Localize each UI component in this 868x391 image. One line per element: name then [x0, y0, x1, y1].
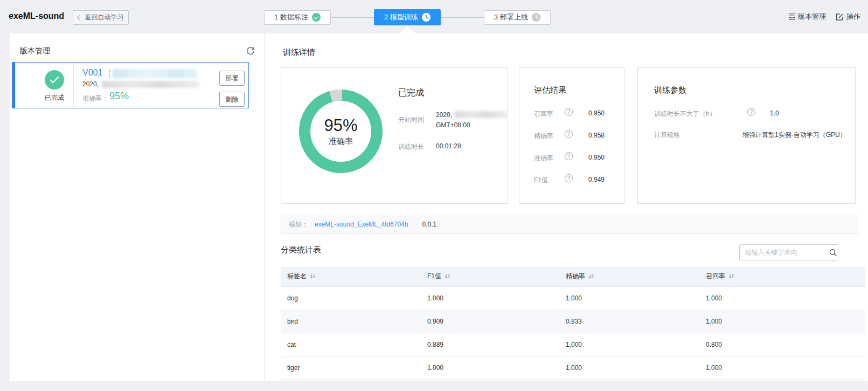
start-time-prefix: 2020,	[436, 111, 452, 119]
table-row[interactable]: tiger 1.000 1.000 1.000	[281, 356, 865, 379]
active-step-pointer	[399, 26, 415, 33]
status-check-icon	[45, 70, 64, 90]
table-row[interactable]: bird 0.909 0.833 1.000	[281, 310, 865, 333]
cell-precision: 0.833	[559, 310, 699, 333]
page-title: exeML-sound	[9, 11, 64, 21]
accuracy-label: 准确率：	[82, 94, 108, 103]
cell-recall: 1.000	[699, 286, 865, 310]
check-circle-icon	[312, 13, 321, 22]
cell-f1: 1.000	[421, 286, 559, 310]
search-icon[interactable]	[829, 248, 837, 257]
duration-label: 训练时长	[398, 142, 424, 152]
step-label: 3 部署上线	[494, 12, 528, 22]
evaluation-title: 评估结果	[534, 85, 566, 95]
help-icon[interactable]: ?	[565, 130, 573, 138]
deploy-button[interactable]: 部署	[219, 71, 245, 86]
stats-title: 分类统计表	[281, 245, 321, 255]
header-actions: 版本管理 操作	[789, 12, 860, 22]
cell-label: cat	[281, 333, 421, 356]
evaluation-card: 评估结果 召回率 ? 0.950 精确率 ? 0.958 准确率 ? 0.950…	[519, 67, 624, 204]
duration-value: 00:01:28	[436, 142, 461, 150]
f1-value: 0.949	[588, 176, 605, 183]
cell-label: tiger	[281, 356, 421, 379]
redacted-start-time	[455, 111, 508, 118]
accuracy-value: 95%	[109, 91, 129, 102]
help-icon[interactable]: ?	[565, 174, 573, 182]
operation-link[interactable]: 操作	[836, 12, 860, 22]
redacted-version-date	[102, 81, 199, 88]
version-date-prefix: 2020,	[82, 80, 99, 88]
training-detail-title: 训练详情	[283, 47, 315, 58]
training-params-card: 训练参数 训练时长不大于（h） ? 1.0 计算规格 增强计算型1实例-自动学习…	[637, 67, 856, 204]
status-label: 已完成	[35, 93, 74, 102]
clock-icon	[422, 13, 430, 22]
f1-label: F1值	[534, 176, 548, 185]
workflow-steps: 1 数据标注 2 模型训练 3 部署上线	[264, 9, 551, 25]
step-deployment[interactable]: 3 部署上线	[484, 10, 551, 25]
cell-f1: 0.889	[421, 333, 559, 356]
cell-recall: 1.000	[699, 356, 865, 379]
table-row[interactable]: dog 1.000 1.000 1.000	[281, 286, 865, 310]
accuracy-eval-value: 0.950	[588, 154, 605, 161]
accuracy-eval-label: 准确率	[534, 154, 553, 163]
model-bar: 模型： exeML-sound_ExeML_4fd6704b 0.0.1	[281, 215, 858, 234]
version-sidebar: 版本管理 已完成 V001 ( 2020, 准确率： 95% 部署 删除	[10, 33, 264, 381]
table-header-row: 标签名 F1值 精确率 召回率	[281, 267, 865, 286]
top-header: exeML-sound 返回自动学习 1 数据标注 2 模型训练 3 部署上线	[0, 0, 868, 33]
table-row[interactable]: cat 0.889 1.000 0.800	[281, 333, 865, 356]
column-header-precision: 精确率	[559, 267, 699, 286]
cell-f1: 0.909	[421, 310, 559, 333]
selected-accent-bar	[12, 63, 15, 108]
sort-icon[interactable]	[588, 273, 594, 279]
max-duration-label: 训练时长不大于（h）	[654, 109, 716, 119]
step-connector	[331, 17, 374, 18]
recall-label: 召回率	[534, 109, 553, 119]
refresh-icon[interactable]	[246, 46, 255, 56]
step-label: 2 模型训练	[384, 12, 418, 22]
chevron-left-icon	[77, 15, 82, 20]
cell-label: dog	[281, 286, 421, 310]
column-header-label: 标签名	[281, 267, 421, 286]
params-title: 训练参数	[654, 85, 686, 95]
cell-label: bird	[281, 310, 421, 333]
step-model-training[interactable]: 2 模型训练	[374, 9, 441, 25]
clock-icon	[532, 13, 540, 22]
model-label: 模型：	[289, 220, 308, 229]
cell-f1: 1.000	[421, 356, 559, 379]
training-status: 已完成	[398, 87, 424, 99]
donut-center-text: 95% 准确率	[299, 90, 383, 173]
cell-recall: 0.800	[699, 333, 865, 356]
version-name-paren: (	[108, 69, 111, 78]
search-box	[739, 244, 838, 260]
operation-label: 操作	[846, 12, 860, 22]
grid-icon	[789, 13, 795, 20]
help-icon[interactable]: ?	[565, 152, 573, 160]
content-area: 版本管理 已完成 V001 ( 2020, 准确率： 95% 部署 删除	[10, 33, 868, 381]
max-duration-value: 1.0	[770, 109, 779, 117]
compose-icon	[836, 13, 844, 21]
sort-icon[interactable]	[310, 273, 316, 279]
compute-spec-label: 计算规格	[654, 131, 680, 140]
back-button-label: 返回自动学习	[85, 13, 124, 22]
version-management-link[interactable]: 版本管理	[789, 12, 826, 22]
version-name-link[interactable]: V001	[82, 68, 102, 78]
sort-icon[interactable]	[445, 273, 450, 279]
back-button[interactable]: 返回自动学习	[73, 10, 129, 25]
version-card[interactable]: 已完成 V001 ( 2020, 准确率： 95% 部署 删除	[12, 62, 249, 108]
column-header-recall: 召回率	[699, 267, 865, 286]
cell-precision: 1.000	[559, 356, 699, 379]
delete-button[interactable]: 删除	[219, 92, 245, 107]
model-name-link[interactable]: exeML-sound_ExeML_4fd6704b	[315, 221, 408, 228]
step-label: 1 数据标注	[274, 12, 308, 22]
step-connector	[441, 17, 484, 18]
precision-value: 0.958	[588, 132, 605, 139]
step-data-labeling[interactable]: 1 数据标注	[264, 10, 331, 25]
cell-precision: 1.000	[559, 333, 699, 356]
precision-label: 精确率	[534, 132, 553, 141]
search-input[interactable]	[745, 249, 829, 256]
help-icon[interactable]: ?	[747, 108, 755, 116]
sort-icon[interactable]	[728, 273, 734, 279]
classification-stats-table: 标签名 F1值 精确率 召回率	[281, 267, 865, 380]
help-icon[interactable]: ?	[565, 108, 573, 116]
column-header-f1: F1值	[421, 267, 559, 286]
